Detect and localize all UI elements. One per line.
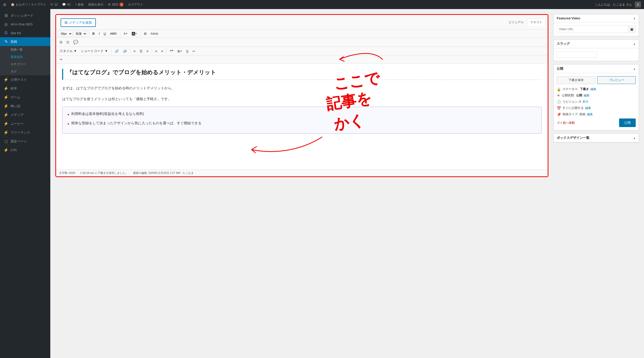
sidebar-item-psych[interactable]: ⚡ 心理テスト — [0, 75, 50, 84]
sidebar-item-freelance[interactable]: ⚡ フリーランス — [0, 128, 50, 137]
wp-logo[interactable]: ⊛ — [3, 2, 6, 7]
list-button[interactable]: ≡ — [154, 48, 159, 54]
preview-button[interactable]: プレビュー — [597, 76, 636, 84]
new-post-item[interactable]: + 新規 — [75, 3, 84, 7]
comments-item[interactable]: 💬 62 — [62, 3, 70, 6]
featured-video-body: ▣ — [554, 22, 639, 36]
align-center-button[interactable]: ☰ — [138, 48, 144, 54]
sidebar-item-sitekit[interactable]: G Site Kit — [0, 29, 50, 37]
align-right-button[interactable]: ≡ — [145, 48, 150, 54]
sidebar-item-static-pages[interactable]: ◻ 固定ページ — [0, 137, 50, 146]
rank-button[interactable]: RANK — [149, 31, 160, 36]
redo-button[interactable]: ↪ — [58, 57, 64, 62]
featured-video-header[interactable]: Featured Video ▲ — [554, 14, 639, 22]
blockquote-button[interactable]: ❝❞ — [168, 48, 175, 54]
code-button[interactable]: {} — [185, 48, 190, 54]
sidebar-item-new-post[interactable]: 新規追加 — [0, 53, 50, 61]
toolbar-sep-6 — [152, 49, 152, 54]
science-icon: ⚡ — [4, 86, 9, 91]
last-modified: 最後の編集: 2020年12月20日 1:27 AM - たこなま — [133, 171, 194, 175]
undo-button[interactable]: ↩ — [191, 48, 197, 54]
publish-header[interactable]: 公開 ▲ — [554, 64, 639, 73]
publish-collapse-icon: ▲ — [633, 67, 636, 70]
updates-item[interactable]: ↻ 12 — [51, 3, 58, 6]
tab-text[interactable]: テキスト — [527, 19, 546, 26]
toolbar-row-2: ⊟ ⊡ 💬 — [56, 38, 548, 47]
table-button[interactable]: ⊞ — [142, 31, 148, 36]
sidebar-item-horror[interactable]: ⚡ 怖い話 — [0, 102, 50, 110]
sidebar-item-aioseo[interactable]: ◎ All in One SEO — [0, 20, 50, 29]
updates-icon: ↻ — [51, 3, 53, 6]
sidebar-item-tags[interactable]: タグ — [0, 68, 50, 75]
seo-item[interactable]: ⚙ SEO 1 — [108, 3, 124, 7]
sidebar-item-dashboard[interactable]: ⊞ ダッシュボード — [0, 11, 50, 20]
home-icon: 🏠 — [11, 3, 15, 6]
slug-body — [554, 48, 639, 61]
editor-body[interactable]: 『はてなブログ』でブログを始めるメリット・デメリット まずは、はてなブログでブロ… — [56, 64, 548, 169]
underline-button[interactable]: U — [102, 31, 107, 36]
publish-body: 下書き保存 プレビュー 🔒 ステータス: 下書き 編集 👁 — [554, 73, 639, 130]
add-media-button[interactable]: ⧉ メディアを追加 — [61, 18, 96, 27]
status-edit-link[interactable]: 編集 — [590, 87, 596, 91]
chat-button[interactable]: 💬 — [72, 39, 80, 46]
trash-link[interactable]: ゴミ箱へ移動 — [557, 121, 575, 125]
style-dropdown-button[interactable]: スタイル ▼ — [58, 48, 78, 54]
video-icon[interactable]: ▣ — [628, 26, 635, 33]
table3-button[interactable]: ⊞▼ — [176, 48, 184, 54]
sitekit-icon: G — [4, 31, 9, 35]
list-item-1: 利用料金は基本無料(収益化を考えるなら有料) — [67, 111, 536, 117]
view-post-item[interactable]: 投稿を表示 — [88, 3, 103, 7]
table2-button[interactable]: ⊟ — [58, 39, 64, 45]
bold-button[interactable]: B — [91, 31, 96, 36]
bg-color-button[interactable]: A▼ — [130, 31, 139, 36]
status-row: 🔒 ステータス: 下書き 編集 — [557, 87, 636, 91]
visibility-edit-link[interactable]: 編集 — [584, 93, 590, 98]
unlink-button[interactable]: 🔗̶ — [121, 48, 128, 54]
editor-area: ⧉ メディアを追加 ビジュアル テキスト — [55, 14, 548, 358]
logout-item[interactable]: ログアウト — [128, 3, 143, 7]
editor-topbar: ⧉ メディアを追加 ビジュアル テキスト — [56, 15, 548, 30]
sidebar-item-movie[interactable]: ⚡ ムービー — [0, 119, 50, 128]
sidebar-item-science[interactable]: ⚡ 科学 — [0, 84, 50, 93]
comments-icon: 💬 — [62, 3, 66, 6]
save-draft-button[interactable]: 下書き保存 — [557, 76, 595, 84]
toolbar-row-4: ↪ — [56, 56, 548, 64]
slug-input[interactable] — [557, 51, 597, 58]
bottom-meta-header[interactable]: ボックスデザイン一覧 ▲ — [554, 134, 639, 142]
movie-icon: ⚡ — [4, 121, 9, 126]
toolbar-sep-2 — [120, 31, 120, 36]
game-icon: ⚡ — [4, 95, 9, 100]
shortcode-dropdown-button[interactable]: ショートコード ▼ — [79, 48, 109, 54]
link-button[interactable]: 🔗 — [113, 48, 120, 54]
slug-collapse-icon: ▲ — [633, 43, 636, 45]
sidebar-item-media[interactable]: ⚡ メディア — [0, 110, 50, 119]
main-content: ⧉ メディアを追加 ビジュアル テキスト — [50, 9, 644, 358]
publish-button[interactable]: 公開 — [619, 118, 636, 127]
sidebar-item-game[interactable]: ⚡ ゲーム — [0, 93, 50, 102]
box-button[interactable]: ⊡ — [65, 39, 71, 45]
tab-visual[interactable]: ビジュアル — [505, 19, 527, 26]
toolbar-row-1: 16px 段落 B I U ABC A▼ A▼ — [56, 30, 548, 38]
sidebar-item-posts[interactable]: ✎ 投稿 — [0, 37, 50, 46]
font-color-button[interactable]: A▼ — [122, 31, 129, 36]
posts-icon: ✎ — [4, 39, 9, 44]
pubdate-edit-link[interactable]: 編集 — [585, 106, 591, 110]
visibility-icon: 👁 — [557, 94, 560, 98]
greeting-text: こんにちは、たこなま さん A — [595, 2, 641, 8]
sidebar-item-posts-list[interactable]: 投稿一覧 — [0, 46, 50, 53]
sidebar-item-categories[interactable]: カテゴリー — [0, 61, 50, 68]
revisions-icon: 🕐 — [557, 100, 561, 104]
slug-header[interactable]: スラッグ ▲ — [554, 39, 639, 48]
ordered-list-button[interactable]: ≡ — [160, 48, 165, 54]
strikethrough-button[interactable]: ABC — [108, 31, 118, 36]
paragraph-select[interactable]: 段落 — [73, 31, 87, 36]
sidebar-item-cta[interactable]: ⚡ CTA — [0, 146, 50, 154]
font-size-select[interactable]: 16px — [58, 31, 72, 36]
video-url-input[interactable] — [557, 26, 628, 33]
revisions-show-link[interactable]: 表示 — [582, 100, 588, 104]
align-left-button[interactable]: ≡ — [132, 48, 137, 54]
site-name[interactable]: 🏠 おもデジ！ライブラリ — [11, 3, 46, 7]
slug-box: スラッグ ▲ — [553, 39, 639, 61]
posttype-edit-link[interactable]: 編集 — [587, 112, 593, 116]
italic-button[interactable]: I — [97, 31, 101, 36]
